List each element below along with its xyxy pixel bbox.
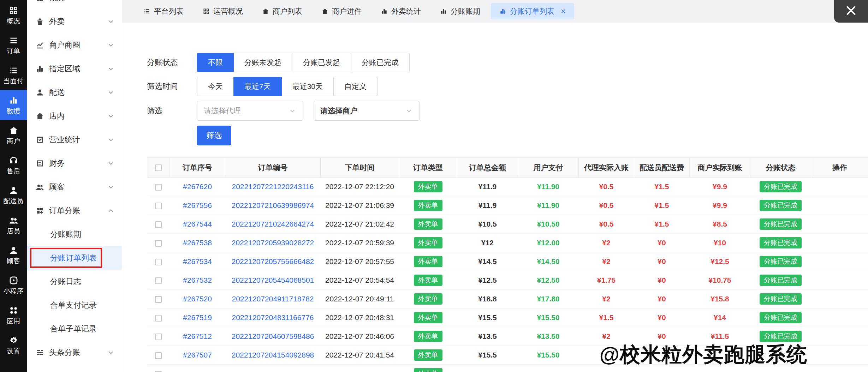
agent-select[interactable]: 请选择代理 [197, 101, 303, 121]
delivery-fee: ¥1.5 [634, 178, 690, 196]
sidebar-item-takeout[interactable]: 外卖 [27, 10, 122, 33]
sidebar-item-instore[interactable]: 店内 [27, 104, 122, 128]
chevron-down-icon [107, 136, 115, 144]
order-seq-link[interactable]: #267519 [170, 308, 225, 327]
row-checkbox[interactable] [155, 334, 162, 340]
iconbar-item-courier[interactable]: 配送员 [0, 180, 27, 210]
order-seq-link[interactable] [170, 365, 225, 372]
order-no-link[interactable]: 20221207210639986974 [225, 196, 321, 215]
tab-operation[interactable]: 运营概况 [194, 3, 251, 19]
iconbar-item-data[interactable]: 数据 [0, 90, 27, 120]
user-pay-amount [518, 365, 579, 372]
sidebar-item-order-split[interactable]: 订单分账 [27, 199, 122, 222]
order-type-badge: 外卖单 [414, 368, 442, 372]
tab-platform-list[interactable]: 平台列表 [135, 3, 192, 19]
iconbar-item-apps[interactable]: 应用 [0, 300, 27, 330]
order-no-link[interactable]: 20221207204831166776 [225, 308, 321, 327]
row-actions [811, 234, 868, 252]
split-status-badge: 分账已完成 [750, 215, 811, 234]
sidebar-item-region[interactable]: 指定区域 [27, 57, 122, 80]
status-filter-option[interactable]: 不限 [197, 53, 234, 72]
order-time: 2022-12-07 20:41:54 [321, 346, 399, 365]
order-seq-link[interactable]: #267620 [170, 178, 225, 196]
order-seq-link[interactable]: #267512 [170, 327, 225, 346]
row-checkbox-cell [147, 215, 170, 234]
row-checkbox[interactable] [155, 184, 162, 191]
sidebar-subitem-split-period[interactable]: 分账账期 [27, 222, 122, 246]
status-filter-option[interactable]: 分账未发起 [233, 53, 292, 72]
tab-merchant-list[interactable]: 商户列表 [254, 3, 311, 19]
sidebar-subitem-label: 分账日志 [50, 276, 81, 287]
sidebar-item-overview-cut[interactable]: 概况 [27, 0, 122, 10]
row-checkbox[interactable] [155, 203, 162, 209]
row-checkbox[interactable] [155, 296, 162, 303]
order-no-link[interactable]: 20221207210242664274 [225, 215, 321, 234]
tab-takeout-stats[interactable]: 外卖统计 [372, 3, 429, 19]
status-filter-option[interactable]: 分账已完成 [351, 53, 410, 72]
order-no-link[interactable] [225, 365, 321, 372]
merchant-select-placeholder: 请选择商户 [320, 106, 357, 116]
select-all-checkbox[interactable] [155, 164, 162, 171]
time-filter-option[interactable]: 今天 [197, 77, 234, 96]
sidebar-item-finance[interactable]: 财务 [27, 151, 122, 175]
order-no-link[interactable]: 20221207205454068501 [225, 271, 321, 290]
order-seq-link[interactable]: #267534 [170, 252, 225, 271]
iconbar-item-aftersale[interactable]: 售后 [0, 150, 27, 180]
order-seq-link[interactable]: #267532 [170, 271, 225, 290]
order-type-badge: 外卖单 [414, 331, 442, 342]
order-no-link[interactable]: 20221207204607598486 [225, 327, 321, 346]
table-row: #267620202212072212202431162022-12-07 22… [147, 178, 868, 196]
order-no-link[interactable]: 20221207205939028272 [225, 234, 321, 252]
close-overlay-button[interactable] [834, 0, 868, 23]
tab-merchant-entry[interactable]: 商户进件 [313, 3, 370, 19]
iconbar-item-miniapp[interactable]: 小程序 [0, 270, 27, 300]
iconbar-item-label: 数据 [7, 108, 20, 114]
order-seq-link[interactable]: #267544 [170, 215, 225, 234]
order-no-link[interactable]: 20221207204154092898 [225, 346, 321, 365]
table-row: #267520202212072049117187822022-12-07 20… [147, 290, 868, 308]
row-checkbox[interactable] [155, 277, 162, 284]
order-no-link[interactable]: 20221207204911718782 [225, 290, 321, 308]
order-seq-link[interactable]: #267538 [170, 234, 225, 252]
row-checkbox[interactable] [155, 259, 162, 265]
sidebar-subitem-combined-pay[interactable]: 合单支付记录 [27, 293, 122, 317]
iconbar-item-f2f-pay[interactable]: 当面付 [0, 60, 27, 90]
row-checkbox[interactable] [155, 315, 162, 322]
iconbar-item-orders[interactable]: 订单 [0, 30, 27, 60]
row-checkbox[interactable] [155, 240, 162, 247]
row-checkbox[interactable] [155, 352, 162, 359]
sidebar-subitem-split-log[interactable]: 分账日志 [27, 270, 122, 293]
sidebar-item-biz-stats[interactable]: 营业统计 [27, 128, 122, 151]
order-time: 2022-12-07 21:02:42 [321, 215, 399, 234]
sidebar-subitem-combined-sub[interactable]: 合单子单记录 [27, 317, 122, 341]
sidebar-subitem-split-order-list[interactable]: 分账订单列表 [27, 246, 122, 270]
order-no-link[interactable]: 20221207221220243116 [225, 178, 321, 196]
tab-split-period[interactable]: 分账账期 [432, 3, 489, 19]
iconbar-item-staff[interactable]: 店员 [0, 210, 27, 240]
tab-close-icon[interactable]: × [561, 7, 566, 16]
iconbar-item-label: 店员 [7, 228, 20, 234]
time-filter-option[interactable]: 最近7天 [233, 77, 282, 96]
order-seq-link[interactable]: #267520 [170, 290, 225, 308]
merchant-select[interactable]: 请选择商户 [314, 101, 420, 121]
sidebar-item-delivery[interactable]: 配送 [27, 80, 122, 104]
row-actions [811, 290, 868, 308]
tab-split-order-list[interactable]: 分账订单列表× [491, 3, 574, 19]
filter-submit-button[interactable]: 筛选 [197, 126, 231, 145]
sidebar-item-toutiao-split[interactable]: 头条分账 [27, 341, 122, 364]
sidebar-item-customer[interactable]: 顾客 [27, 175, 122, 199]
iconbar-item-settings[interactable]: 设置 [0, 330, 27, 360]
iconbar-item-merchant[interactable]: 商户 [0, 120, 27, 150]
row-checkbox[interactable] [155, 221, 162, 228]
order-seq-link[interactable]: #267556 [170, 196, 225, 215]
iconbar-item-customer[interactable]: 顾客 [0, 240, 27, 270]
status-filter-option[interactable]: 分账已发起 [292, 53, 351, 72]
sidebar-item-biz-circle[interactable]: 商户商圈 [27, 33, 122, 57]
iconbar-item-overview[interactable]: 概况 [0, 0, 27, 30]
time-filter-option[interactable]: 最近30天 [281, 77, 334, 96]
time-filter-option[interactable]: 自定义 [333, 77, 377, 96]
order-no-link[interactable]: 20221207205755666482 [225, 252, 321, 271]
chevron-down-icon [107, 41, 115, 49]
column-header: 订单序号 [170, 158, 225, 178]
order-seq-link[interactable]: #267507 [170, 346, 225, 365]
